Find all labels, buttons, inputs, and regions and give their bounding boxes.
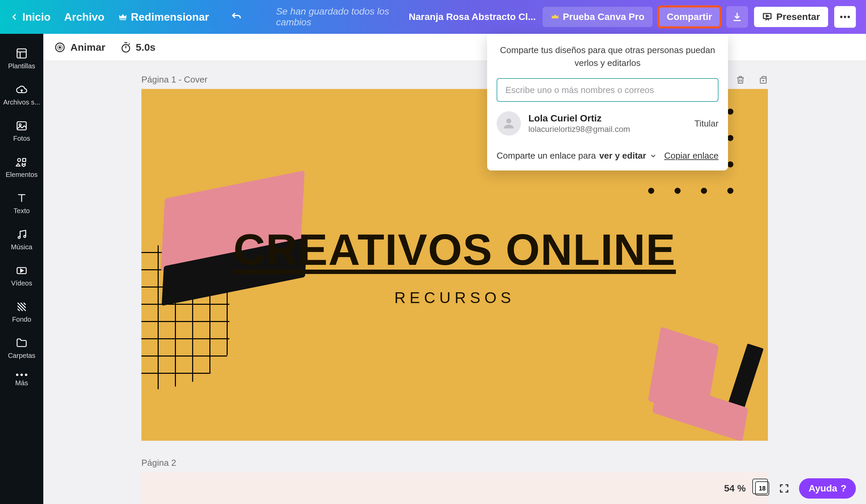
shapes-icon [15,156,28,168]
background-icon [15,301,28,313]
sidebar-item-background[interactable]: Fondo [0,294,43,330]
crown-icon [551,12,559,21]
text-icon [15,192,28,204]
editor-toolbar: Animar 5.0s [43,34,866,61]
trash-icon[interactable] [735,75,746,85]
share-button[interactable]: Compartir [659,7,720,27]
duration-button[interactable]: 5.0s [120,42,155,53]
document-title[interactable]: Naranja Rosa Abstracto Cl... [409,11,536,22]
share-footer: Comparte un enlace para ver y editar Cop… [497,150,719,161]
share-recipients-input[interactable] [497,78,719,102]
share-link-mode-value: ver y editar [599,150,646,161]
svg-point-6 [19,124,21,126]
cloud-upload-icon [15,83,28,96]
zoom-level[interactable]: 54 % [724,483,746,494]
dots-horizontal-icon [15,373,28,377]
left-sidebar: Plantillas Archivos s... Fotos Elementos… [0,34,43,504]
sidebar-item-folders[interactable]: Carpetas [0,330,43,366]
user-email: lolacurielortiz98@gmail.com [529,124,687,134]
home-link[interactable]: Inicio [10,11,51,23]
stopwatch-icon [120,42,132,53]
svg-point-7 [18,159,21,162]
more-menu-button[interactable] [834,6,856,28]
svg-point-19 [507,119,511,124]
music-icon [15,228,28,240]
user-info: Lola Curiel Ortiz lolacurielortiz98@gmai… [529,113,687,134]
sidebar-item-videos[interactable]: Vídeos [0,258,43,294]
sidebar-item-elements[interactable]: Elementos [0,149,43,186]
svg-point-11 [16,373,18,376]
top-left: Inicio Archivo Redimensionar [10,11,242,23]
svg-point-12 [20,373,23,376]
animate-label: Animar [70,42,105,53]
page-count-value: 18 [755,481,769,495]
crown-icon [118,12,127,22]
svg-rect-4 [17,49,26,58]
present-label: Presentar [776,11,820,22]
bottom-bar: 54 % 18 Ayuda ? [724,478,856,499]
sidebar-label: Más [15,379,28,387]
canvas-area: Página 1 - Cover CREATIVOS ONLINE RECURS… [43,61,866,504]
file-menu[interactable]: Archivo [64,11,104,23]
page-count-button[interactable]: 18 [755,481,769,495]
duration-value: 5.0s [136,42,155,53]
question-icon: ? [841,483,846,494]
svg-point-2 [844,16,846,18]
top-right: Prueba Canva Pro Compartir Presentar [543,6,856,28]
export-icon[interactable] [758,75,768,85]
share-heading: Comparte tus diseños para que otras pers… [497,44,719,69]
resize-button[interactable]: Redimensionar [118,11,209,23]
help-label: Ayuda [809,483,837,494]
resize-label: Redimensionar [131,11,209,23]
share-user-row: Lola Curiel Ortiz lolacurielortiz98@gmai… [497,111,719,136]
sidebar-item-uploads[interactable]: Archivos s... [0,77,43,113]
svg-point-8 [18,236,20,238]
folder-icon [15,337,28,349]
sidebar-item-music[interactable]: Música [0,222,43,258]
present-button[interactable]: Presentar [754,7,828,27]
templates-icon [15,47,28,59]
share-popover: Comparte tus diseños para que otras pers… [487,34,728,170]
share-link-mode[interactable]: Comparte un enlace para ver y editar [497,150,657,161]
sidebar-item-more[interactable]: Más [0,366,43,394]
photo-icon [15,120,28,132]
sidebar-label: Texto [13,207,30,215]
sidebar-label: Carpetas [8,352,35,360]
download-button[interactable] [726,6,748,28]
help-button[interactable]: Ayuda ? [799,478,856,499]
download-icon [732,11,743,22]
svg-point-1 [840,16,843,18]
user-role: Titular [695,119,719,129]
slide-subtitle[interactable]: RECURSOS [141,289,768,307]
slide-title[interactable]: CREATIVOS ONLINE [141,224,768,275]
present-icon [762,12,772,22]
slide-2[interactable] [141,472,768,504]
sidebar-item-templates[interactable]: Plantillas [0,41,43,77]
fullscreen-icon[interactable] [779,483,790,494]
share-link-prefix: Comparte un enlace para [497,150,596,161]
video-icon [15,265,28,277]
animate-button[interactable]: Animar [54,42,105,53]
svg-point-17 [122,44,130,52]
try-pro-label: Prueba Canva Pro [563,11,644,22]
copy-link-button[interactable]: Copiar enlace [664,150,719,161]
sidebar-label: Vídeos [11,279,32,287]
user-name: Lola Curiel Ortiz [529,113,687,124]
page-actions [735,75,768,85]
svg-point-3 [848,16,850,18]
dots-horizontal-icon [840,15,850,18]
chevron-left-icon [10,12,19,21]
sidebar-item-text[interactable]: Texto [0,186,43,222]
sidebar-item-photos[interactable]: Fotos [0,113,43,149]
animate-icon [54,42,66,53]
home-label: Inicio [22,11,51,23]
top-bar: Inicio Archivo Redimensionar Se han guar… [0,0,866,34]
sidebar-label: Archivos s... [3,99,40,106]
undo-icon[interactable] [231,11,242,23]
svg-point-16 [59,46,60,48]
page-1-label[interactable]: Página 1 - Cover [141,75,207,85]
try-pro-button[interactable]: Prueba Canva Pro [543,7,653,27]
avatar [497,111,521,136]
decoration-shape-right [653,336,747,427]
page-2-label[interactable]: Página 2 [141,458,768,468]
